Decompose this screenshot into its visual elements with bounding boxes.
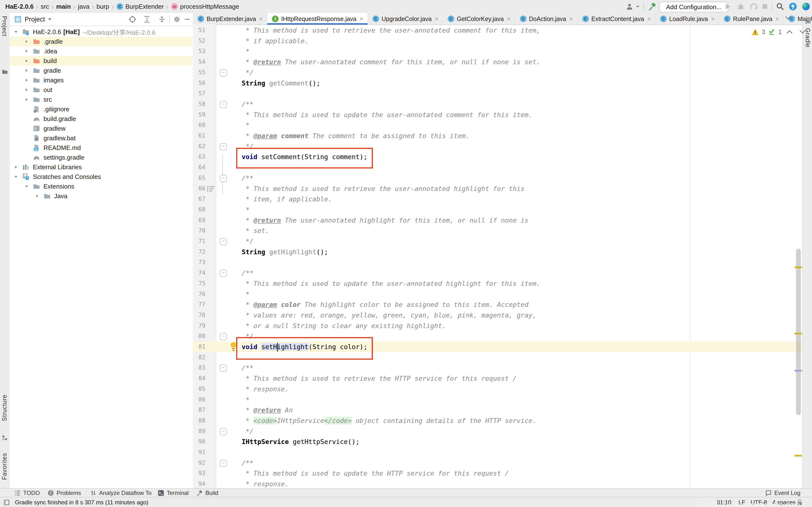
panel-title[interactable]: Project xyxy=(24,16,45,23)
debug-icon[interactable] xyxy=(737,2,745,11)
tab-close-icon[interactable]: × xyxy=(507,15,510,23)
tree-item-out[interactable]: out xyxy=(10,85,192,95)
tab-close-icon[interactable]: × xyxy=(435,15,439,23)
chevron-collapsed-icon[interactable] xyxy=(24,39,29,44)
tree-item-gradlew[interactable]: gradlew xyxy=(10,124,192,133)
tab-doaction.java[interactable]: CDoAction.java× xyxy=(515,13,577,24)
tool-button-favorites[interactable]: Favorites xyxy=(1,453,8,481)
tool-window-toggle-icon[interactable] xyxy=(3,497,10,507)
tab-close-icon[interactable]: × xyxy=(360,15,363,23)
tool-window-button-build[interactable]: Build xyxy=(196,489,218,497)
chevron-expanded-icon[interactable] xyxy=(13,30,18,34)
profiler-icon[interactable] xyxy=(750,2,758,11)
tab-close-icon[interactable]: × xyxy=(259,15,263,23)
chevron-collapsed-icon[interactable] xyxy=(35,193,40,199)
tree-item-.idea[interactable]: .idea xyxy=(10,46,192,56)
fold-marker-icon[interactable]: − xyxy=(220,175,227,182)
folder-icon[interactable] xyxy=(2,68,8,75)
stripe-mark[interactable] xyxy=(795,370,802,372)
tree-item-gradle[interactable]: gradle xyxy=(10,66,192,75)
intention-bulb-icon[interactable] xyxy=(229,341,238,352)
locate-icon[interactable] xyxy=(129,15,136,23)
tab-close-icon[interactable]: × xyxy=(647,15,651,23)
tab-ihttprequestresponse.java[interactable]: IIHttpRequestResponse.java× xyxy=(267,13,367,24)
chevron-expanded-icon[interactable] xyxy=(24,184,29,189)
tool-window-button-terminal[interactable]: Terminal xyxy=(158,489,189,497)
annotations-list-icon[interactable] xyxy=(207,185,215,193)
add-configuration-button[interactable]: Add Configuration... xyxy=(659,2,728,12)
tree-item-settings.gradle[interactable]: settings.gradle xyxy=(10,153,192,162)
tab-burpextender.java[interactable]: CBurpExtender.java× xyxy=(193,13,267,24)
breadcrumb-item-burpextender[interactable]: CBurpExtender xyxy=(116,3,164,10)
tab-getcolorkey.java[interactable]: CGetColorKey.java× xyxy=(443,13,515,24)
tree-item-images[interactable]: images xyxy=(10,75,192,85)
fold-marker-icon[interactable]: − xyxy=(220,333,227,340)
breadcrumb-item-main[interactable]: main xyxy=(56,3,71,10)
tab-close-icon[interactable]: × xyxy=(711,15,715,23)
next-problem-icon[interactable] xyxy=(799,30,806,34)
tab-close-icon[interactable]: × xyxy=(569,15,573,23)
fold-marker-icon[interactable]: − xyxy=(220,101,227,108)
fold-marker-icon[interactable]: − xyxy=(220,460,227,467)
fold-marker-icon[interactable]: − xyxy=(220,364,227,372)
tree-item-.gitignore[interactable]: .gitignore xyxy=(10,104,192,114)
user-icon[interactable] xyxy=(625,2,633,11)
tree-item-build.gradle[interactable]: build.gradle xyxy=(10,114,192,124)
breadcrumb-item-processhttpmessage[interactable]: mprocessHttpMessage xyxy=(171,3,239,10)
tabs-chevron-down-icon[interactable] xyxy=(785,16,791,20)
tab-upgradecolor.java[interactable]: CUpgradeColor.java× xyxy=(368,13,443,24)
fold-marker-icon[interactable]: − xyxy=(220,69,227,76)
tab-loadrule.java[interactable]: CLoadRule.java× xyxy=(655,13,719,24)
tree-item-extensions[interactable]: Extensions xyxy=(10,181,192,191)
tree-item-hae-2.0.6[interactable]: HaE-2.0.6[HaE]~/Desktop/分享/HaE-2.0.6 xyxy=(10,27,192,37)
tool-window-button-todo[interactable]: TODO xyxy=(14,489,40,497)
tree-item-external-libraries[interactable]: External Libraries xyxy=(10,162,192,172)
expand-all-icon[interactable] xyxy=(143,15,151,23)
breadcrumb-item-java[interactable]: java xyxy=(78,3,89,10)
chevron-collapsed-icon[interactable] xyxy=(13,165,18,169)
chevron-expanded-icon[interactable] xyxy=(13,174,18,179)
tree-item-src[interactable]: src xyxy=(10,95,192,104)
stripe-mark[interactable] xyxy=(795,333,802,334)
chevron-collapsed-icon[interactable] xyxy=(24,68,29,73)
tool-window-button-analyze-dataflow-to[interactable]: Analyze Dataflow To xyxy=(90,489,152,497)
breadcrumb-item-src[interactable]: src xyxy=(41,3,49,10)
tree-item-.gradle[interactable]: .gradle xyxy=(10,37,192,46)
fold-marker-icon[interactable]: − xyxy=(220,428,227,435)
chevron-collapsed-icon[interactable] xyxy=(24,88,29,92)
tool-window-button-problems[interactable]: Problems xyxy=(47,489,81,497)
tree-item-readme.md[interactable]: MDREADME.md xyxy=(10,143,192,153)
hide-panel-icon[interactable] xyxy=(184,16,191,22)
stripe-mark[interactable] xyxy=(795,267,802,268)
tab-rulepane.java[interactable]: CRulePane.java× xyxy=(719,13,784,24)
tab-extractcontent.java[interactable]: CExtractContent.java× xyxy=(577,13,655,24)
search-icon[interactable] xyxy=(776,2,784,11)
chevron-collapsed-icon[interactable] xyxy=(24,58,29,63)
tree-item-scratches-and-consoles[interactable]: Scratches and Consoles xyxy=(10,172,192,181)
editor-scrollbar-thumb[interactable] xyxy=(796,249,801,415)
stripe-mark[interactable] xyxy=(795,455,802,457)
fold-marker-icon[interactable]: − xyxy=(220,270,227,277)
run-icon[interactable] xyxy=(724,3,731,10)
chevron-collapsed-icon[interactable] xyxy=(24,78,29,82)
update-icon[interactable] xyxy=(788,2,798,11)
breadcrumb-item-burp[interactable]: burp xyxy=(96,3,109,10)
tree-item-gradlew.bat[interactable]: gradlew.bat xyxy=(10,133,192,143)
event-log-button[interactable]: Event Log xyxy=(765,489,800,497)
chevron-collapsed-icon[interactable] xyxy=(24,49,29,54)
tree-item-java[interactable]: Java xyxy=(10,191,192,201)
ide-sphere-icon[interactable] xyxy=(801,2,811,11)
build-hammer-icon[interactable] xyxy=(648,2,657,11)
tree-item-build[interactable]: build xyxy=(10,56,192,66)
stop-icon[interactable] xyxy=(762,3,768,10)
breadcrumb-item-hae-2.0.6[interactable]: HaE-2.0.6 xyxy=(5,3,34,10)
fold-marker-icon[interactable]: − xyxy=(220,238,227,245)
tab-close-icon[interactable]: × xyxy=(775,15,779,23)
tool-button-structure[interactable]: Structure xyxy=(1,394,8,422)
chevron-collapsed-icon[interactable] xyxy=(24,97,29,102)
prev-problem-icon[interactable] xyxy=(786,30,793,34)
collapse-all-icon[interactable] xyxy=(158,15,166,23)
fold-marker-icon[interactable]: − xyxy=(220,143,227,151)
tool-button-project[interactable]: Project xyxy=(1,16,8,38)
gear-icon[interactable] xyxy=(173,15,181,23)
